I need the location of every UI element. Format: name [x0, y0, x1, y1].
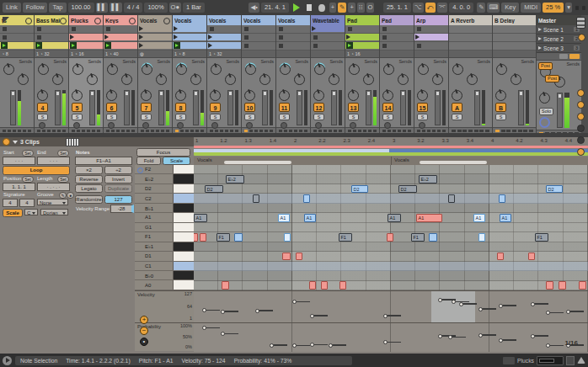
arm-button[interactable] [384, 122, 391, 129]
add-lane-button[interactable]: + [140, 316, 148, 324]
pan-knob[interactable] [141, 90, 152, 101]
clip[interactable] [0, 42, 34, 49]
midi-note[interactable]: D2 [398, 185, 417, 194]
key-swatch[interactable] [173, 213, 194, 221]
midi-note[interactable]: F1 [411, 233, 425, 242]
track-header[interactable]: Bass Main [35, 15, 68, 25]
midi-note[interactable] [296, 253, 302, 261]
arrangement-record-button[interactable] [318, 4, 324, 12]
show-crossfader-toggle[interactable] [577, 148, 585, 156]
midi-note[interactable] [497, 253, 504, 261]
master-header[interactable]: Master [537, 15, 581, 25]
clip-slot[interactable] [207, 34, 241, 42]
punch-in-button[interactable]: ⌥ [413, 3, 424, 13]
arm-button[interactable] [350, 122, 356, 129]
piano-key-row[interactable]: E♭1 [135, 242, 194, 252]
track-fold-icon[interactable] [25, 18, 32, 24]
midi-note[interactable] [253, 194, 259, 203]
track-fold-icon[interactable] [60, 18, 67, 24]
clip[interactable] [311, 25, 345, 32]
clip-slot[interactable] [173, 34, 206, 42]
volume-fader[interactable] [400, 90, 406, 125]
arm-button[interactable] [419, 122, 425, 129]
send-b-knob[interactable] [294, 74, 305, 85]
loop-bar-clip1[interactable] [194, 146, 588, 148]
loop-length-field[interactable]: 4. 0. 0 [449, 3, 473, 13]
midi-note[interactable]: F1 [339, 233, 352, 242]
legato-button[interactable]: Legato [75, 184, 103, 193]
beat-ruler[interactable]: 11.21.31.422.22.32.433.23.33.444.24.34.4 [194, 137, 588, 145]
midi-note[interactable] [387, 233, 393, 242]
pan-knob[interactable] [348, 90, 359, 101]
piano-key-row[interactable]: F1 [135, 232, 194, 242]
volume-fader[interactable] [55, 90, 61, 125]
show-returns-toggle[interactable] [577, 113, 585, 120]
solo-button[interactable]: S [313, 114, 324, 120]
midi-note[interactable]: A1 [278, 214, 290, 222]
track-activate-button[interactable]: 12 [313, 103, 324, 112]
clip-slot[interactable] [242, 25, 275, 34]
invert-button[interactable]: Invert [104, 175, 132, 184]
clip-slot[interactable] [0, 25, 34, 34]
send-b-knob[interactable] [225, 74, 236, 85]
midi-note[interactable]: E♭2 [226, 175, 244, 184]
pan-knob[interactable] [417, 90, 428, 101]
piano-key-row[interactable]: E♭2 [135, 174, 194, 184]
key-map-button[interactable]: Key [501, 3, 519, 13]
midi-note[interactable] [546, 281, 553, 290]
solo-button[interactable]: S [175, 114, 186, 120]
midi-note[interactable] [303, 194, 310, 203]
track-activate-button[interactable]: 8 [175, 103, 186, 112]
clip[interactable] [69, 34, 103, 40]
randomize-button[interactable]: Randomize [75, 195, 103, 204]
track-activate-button[interactable]: 6 [106, 103, 117, 112]
reenable-automation-button[interactable]: + [348, 3, 355, 13]
session-arrangement-toggle[interactable] [576, 17, 585, 29]
quantize-menu[interactable]: O● [169, 3, 181, 13]
volume-fader[interactable] [331, 90, 337, 125]
midi-note[interactable]: A1 [416, 214, 442, 222]
track-activate-button[interactable]: 13 [348, 103, 359, 112]
solo-button[interactable]: S [72, 114, 83, 120]
key-swatch[interactable] [173, 280, 194, 289]
solo-button[interactable]: S [106, 114, 117, 120]
lane-options-button[interactable]: • [140, 338, 148, 346]
key-swatch[interactable] [173, 174, 194, 183]
clip-slot[interactable] [35, 42, 68, 51]
clip-slot[interactable] [380, 25, 414, 34]
clip-slot[interactable] [0, 34, 34, 42]
clip-slot[interactable] [380, 42, 414, 51]
lane-area[interactable] [194, 322, 588, 352]
volume-fader[interactable] [89, 90, 95, 125]
clip-slot[interactable] [138, 34, 172, 42]
pan-knob[interactable] [382, 90, 393, 101]
clip-slot[interactable] [311, 25, 345, 34]
clip[interactable] [345, 42, 379, 49]
track-activate-button[interactable]: B [495, 103, 506, 112]
volume-fader[interactable] [124, 90, 130, 125]
midi-note[interactable]: D2 [546, 185, 563, 194]
clip[interactable] [69, 42, 103, 49]
arm-button[interactable] [39, 122, 45, 129]
duplicate-button[interactable]: Duplicate [104, 184, 132, 193]
send-a-knob[interactable] [211, 64, 222, 75]
length-field[interactable]: · . · . · [37, 183, 70, 191]
midi-map-button[interactable]: MIDI [521, 3, 541, 13]
set-button[interactable]: Set [57, 150, 69, 157]
clip-slot[interactable] [276, 42, 310, 51]
track-activate-button[interactable]: 10 [244, 103, 255, 112]
arm-button[interactable] [246, 122, 253, 129]
set-button[interactable]: Set [57, 176, 69, 183]
clip[interactable] [138, 42, 172, 49]
clip-slot[interactable] [207, 42, 241, 51]
clip-slot[interactable] [104, 42, 137, 51]
clip-name-row[interactable]: VocalsVocals [194, 157, 588, 165]
midi-note[interactable]: A1 [500, 214, 511, 222]
session-record-indicator[interactable] [569, 54, 580, 59]
loop-bar-clip2[interactable] [194, 149, 588, 152]
track-header[interactable]: Keys [104, 15, 137, 25]
nudge-up-button[interactable]: ▌▌ [110, 3, 122, 13]
arm-button[interactable] [142, 122, 149, 129]
note-grid[interactable]: E♭2E♭2D2D2D2D2A1A1A1A1A1A1A1F1F1F1F1 [194, 165, 588, 290]
track-activate-button[interactable]: 4 [37, 103, 48, 112]
